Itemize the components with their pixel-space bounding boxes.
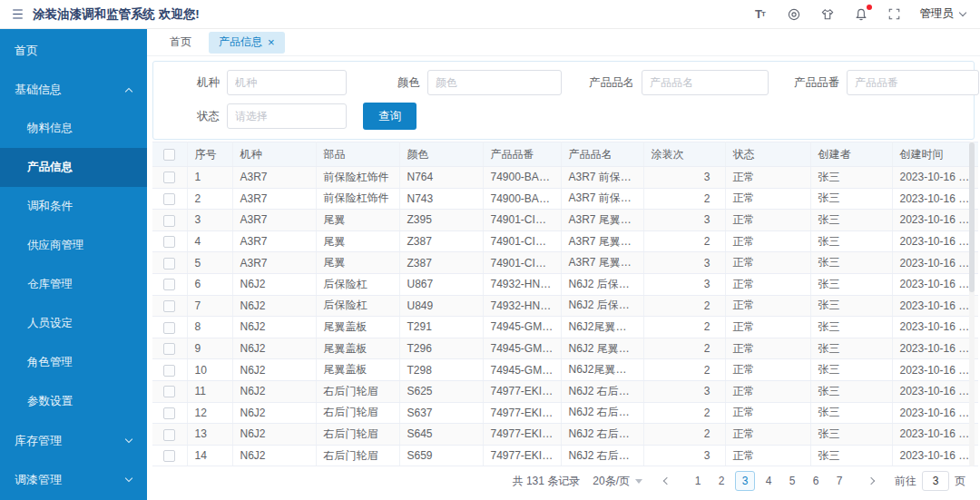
- color-input[interactable]: [427, 70, 562, 95]
- cell-product-number: 74945-GMLO0...: [483, 359, 561, 381]
- status-select[interactable]: [227, 103, 347, 129]
- row-checkbox[interactable]: [163, 300, 175, 312]
- goto-suffix: 页: [955, 474, 965, 489]
- cell-product-number: 74945-GMLO0...: [483, 338, 561, 359]
- page-number[interactable]: 1: [688, 471, 708, 491]
- sidebar-item[interactable]: 仓库管理: [0, 265, 147, 304]
- status-label: 状态: [197, 109, 220, 124]
- scrollbar-thumb[interactable]: [969, 142, 975, 292]
- row-checkbox[interactable]: [163, 343, 175, 355]
- machine-type-field: 机种: [197, 70, 347, 95]
- row-checkbox[interactable]: [163, 450, 175, 462]
- table-scrollbar[interactable]: [969, 142, 975, 466]
- row-checkbox[interactable]: [163, 386, 175, 397]
- cell-status: 正常: [725, 252, 810, 274]
- sidebar-item[interactable]: 供应商管理: [0, 226, 147, 265]
- row-checkbox[interactable]: [163, 407, 175, 419]
- page-number[interactable]: 4: [759, 471, 779, 491]
- sidebar-item[interactable]: 物料信息: [0, 109, 147, 148]
- cell-status: 正常: [725, 295, 810, 317]
- search-button[interactable]: 查询: [363, 103, 416, 130]
- cell-machine-type: N6J2: [232, 402, 316, 424]
- close-icon[interactable]: ×: [268, 36, 275, 48]
- sidebar-item[interactable]: 角色管理: [0, 343, 147, 382]
- total-records: 共 131 条记录: [513, 474, 581, 489]
- sidebar-item[interactable]: 库存管理: [0, 421, 147, 460]
- page-number[interactable]: 5: [782, 471, 802, 491]
- cell-product-name: N6J2 右后门轮...: [561, 402, 643, 424]
- select-all-checkbox[interactable]: [163, 149, 175, 161]
- user-menu[interactable]: 管理员: [920, 6, 966, 22]
- row-checkbox[interactable]: [163, 172, 175, 183]
- sidebar-item[interactable]: 产品信息: [0, 148, 147, 187]
- chevron-icon: [125, 87, 132, 94]
- cell-part: 右后门轮眉: [316, 402, 399, 424]
- cell-product-number: 74945-GMLO0...: [483, 317, 561, 338]
- cell-color: N764: [399, 167, 483, 189]
- page-number[interactable]: 3: [735, 471, 755, 491]
- page-number[interactable]: 2: [711, 471, 731, 491]
- page-number[interactable]: 7: [829, 471, 849, 491]
- page-size-select[interactable]: 20条/页: [593, 474, 642, 489]
- row-checkbox[interactable]: [163, 258, 175, 270]
- font-size-icon[interactable]: TT: [752, 6, 769, 23]
- fullscreen-icon[interactable]: [887, 6, 903, 23]
- cell-color: T296: [399, 338, 483, 359]
- row-checkbox[interactable]: [163, 215, 175, 227]
- sidebar-item[interactable]: 首页: [0, 31, 147, 70]
- collapse-menu-icon[interactable]: [9, 6, 25, 23]
- table-row: 10 N6J2 尾翼盖板 T298 74945-GMLO0... N6J2尾翼盖…: [152, 359, 978, 381]
- notification-bell-icon[interactable]: [853, 6, 869, 23]
- cell-product-number: 74977-EKIJM0...: [483, 402, 561, 424]
- cell-product-name: A3R7 尾翼Z387...: [561, 230, 643, 252]
- page-number[interactable]: 6: [806, 471, 826, 491]
- chevron-left-icon: [662, 477, 670, 485]
- cell-index: 2: [187, 188, 232, 210]
- product-number-input[interactable]: [847, 70, 979, 95]
- cell-part: 后保险杠: [316, 295, 399, 317]
- sidebar-item[interactable]: 人员设定: [0, 304, 147, 343]
- header-actions: TT 管理员: [752, 6, 966, 23]
- cell-status: 正常: [725, 359, 810, 381]
- row-checkbox[interactable]: [163, 365, 175, 377]
- cell-product-number: 74901-CIHK00...: [483, 210, 561, 231]
- cell-paint-times: 2: [643, 230, 725, 252]
- theme-skin-icon[interactable]: [819, 6, 836, 23]
- cell-product-number: 74901-CIHK00...: [483, 252, 561, 274]
- tab[interactable]: 产品信息 ×: [209, 32, 285, 54]
- cell-color: Z395: [399, 210, 483, 231]
- table-row: 7 N6J2 后保险杠 U849 74932-HNMP0... N6J2 后保险…: [152, 295, 978, 317]
- cell-product-name: A3R7 尾翼Z395...: [561, 210, 643, 231]
- cell-status: 正常: [725, 445, 810, 466]
- row-checkbox[interactable]: [163, 236, 175, 248]
- cell-creator: 张三: [810, 359, 892, 381]
- product-name-input[interactable]: [642, 70, 769, 95]
- cell-machine-type: A3R7: [232, 188, 316, 210]
- prev-page-button[interactable]: [655, 471, 675, 491]
- cell-machine-type: A3R7: [232, 252, 316, 274]
- cell-product-name: N6J2 后保险杠...: [561, 295, 643, 317]
- cell-created-time: 2023-10-16 00:...: [892, 230, 978, 252]
- cell-product-name: N6J2 尾翼盖板...: [561, 338, 643, 359]
- cell-creator: 张三: [810, 210, 892, 231]
- row-checkbox[interactable]: [163, 429, 175, 441]
- sidebar-item[interactable]: 参数设置: [0, 382, 147, 421]
- tab[interactable]: 首页: [160, 32, 201, 54]
- cell-part: 尾翼盖板: [316, 317, 399, 338]
- sidebar-item[interactable]: 调和条件: [0, 187, 147, 226]
- cell-status: 正常: [725, 167, 810, 189]
- table-row: 9 N6J2 尾翼盖板 T296 74945-GMLO0... N6J2 尾翼盖…: [152, 338, 978, 359]
- sidebar-item[interactable]: 调漆管理: [0, 460, 147, 499]
- goto-page-input[interactable]: [922, 471, 949, 491]
- table-row: 4 A3R7 尾翼 Z387 74901-CIHK00... A3R7 尾翼Z3…: [152, 230, 978, 252]
- sidebar-item[interactable]: 基础信息: [0, 70, 147, 109]
- cell-index: 5: [187, 252, 232, 274]
- about-target-icon[interactable]: [786, 6, 802, 23]
- cell-index: 11: [187, 380, 232, 402]
- row-checkbox[interactable]: [163, 193, 175, 205]
- table-row: 14 N6J2 右后门轮眉 S659 74977-EKIJM0... N6J2 …: [152, 445, 978, 466]
- row-checkbox[interactable]: [163, 322, 175, 334]
- row-checkbox[interactable]: [163, 279, 175, 290]
- machine-type-input[interactable]: [227, 70, 347, 95]
- next-page-button[interactable]: [862, 471, 882, 491]
